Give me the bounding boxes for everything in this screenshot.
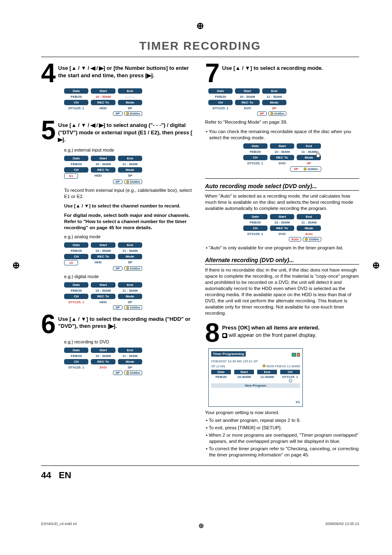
divider [205,178,359,179]
th: Date [211,370,231,374]
text: Use [ [58,65,71,71]
td: DVD [270,161,294,166]
p-use-select-ch: Use [ / ] to select the channel number t… [64,203,195,209]
text: will appear on the front panel display. [227,332,316,338]
disc-icon [304,168,307,170]
auto-rec-para: When "Auto" is selected as a recording m… [205,193,359,212]
auto-rec-heading: Auto recording mode select (DVD only)... [205,183,359,191]
sp-pill: SP [113,371,122,375]
td: SP [118,173,142,179]
td: DVD [270,232,294,236]
th: Date [208,88,233,94]
td-e1-box: E1 [64,173,78,179]
td: 10 : 30AM [270,220,294,225]
th: CH [64,167,88,173]
td-recto: HDD [91,106,115,111]
down-arrow-icon [245,65,250,71]
dur-text: 1h00m [307,167,318,171]
sp-pill: SP [113,180,122,184]
th: End [297,214,321,219]
step-number-5: 5 [41,119,56,141]
new-program-row: New Program [211,383,300,388]
panel-title: Timer Programming [211,351,246,357]
th: CH [64,254,88,259]
td: SP [297,161,321,166]
td: Auto [297,232,321,236]
timer-table-digital: DateStartEnd FEB/2010 : 30AM11 : 30AM CH… [64,282,142,310]
td: 11 : 30AM [118,162,142,166]
step-8: 8 Press [OK] when all items are entered.… [205,322,359,344]
th: Mode [118,359,142,364]
disc-icon [263,364,265,367]
crop-mark-bottom: ⊕ [198,522,204,530]
td-start: 10 : 30AM [91,94,115,99]
footer-page: 44 EN [41,470,359,481]
sp-pill: SP [257,111,267,116]
th-ch: CH [64,100,88,105]
th: End [262,88,286,94]
td: 10 : 30AM [270,150,294,154]
td: FEB/20 [243,150,267,154]
eg-record-dvd: e.g.) recording to DVD [64,339,195,344]
th: End [118,282,142,288]
timer-table-step7a: DateStartEnd FEB/2010 : 30AM11 : 30AM CH… [208,88,286,116]
hdd-icon [292,353,296,357]
text: ] to select the recording media ("HDD" o… [58,316,191,329]
td: HDD [81,260,116,265]
right-arrow-icon [99,65,104,71]
page-number: 44 [41,470,51,480]
th: End [118,156,142,161]
th-end: End [118,88,142,94]
td: FEB/20 [208,94,233,99]
th: Date [64,242,88,248]
dur-text: 1h00m [309,237,319,241]
left-arrow-icon [91,65,95,71]
th-recto: REC To [91,100,115,105]
step-7-text: Use [ / ] to select a recording mode. [222,62,323,72]
sp-pill: SP [113,305,122,310]
eg-analog: e.g.) analog mode [64,234,195,239]
text: ] to select analog ("- - -") / digital (… [58,122,193,136]
duration-pill: 1h00m [124,180,142,184]
step-number-8: 8 [205,322,220,344]
step-5: 5 Use [ / / / ] to select analog ("- - -… [41,119,195,143]
th: REC To [270,155,294,160]
th-start: Start [91,88,115,94]
down-arrow-icon [81,122,86,128]
left-column: 4 Use [ / / / ] or [the Number buttons] … [41,62,195,459]
disc-icon [126,180,129,183]
td: FEB/20 [243,220,267,225]
td: 10 : 30AM [91,288,115,293]
right-column: 7 Use [ / ] to select a recording mode. … [205,62,359,459]
duration-pill: 1h00m [302,167,319,171]
footer-rule [41,465,359,466]
th: Date [64,282,88,288]
imprint-footer: E2H40UD_v4.indd 44 ⊕ 2008/06/02 13:35:13 [41,522,359,530]
refer-recording-mode: Refer to "Recording Mode" on page 39. [205,119,359,125]
down-arrow-icon [81,65,86,71]
disc-icon [270,112,273,115]
dur-text: 1h00m [130,180,140,184]
dur-text: 1h00m [274,112,284,115]
td: SP [118,260,142,265]
td: SP [262,106,286,111]
th: REC To [235,100,259,105]
p-digital-mode: For digital mode, select both major and … [64,212,195,231]
td: DTV125. 1 [243,161,267,166]
step-number-7: 7 [205,62,220,84]
td: FEB/20 [64,162,88,166]
td: 11 : 30AM [118,249,142,253]
th: Start [91,242,115,248]
td: FEB/20 [64,288,88,293]
text: Use [ [58,316,71,322]
timer-indicator-icon [222,333,227,338]
th: Date [64,348,88,353]
td-end: - - : - - [118,94,142,99]
td: 10 : 30AM [91,354,115,358]
sp-pill: SP [113,111,122,116]
th: Mode [297,226,321,231]
td: DTV125. 1 [208,106,233,111]
td-date: FEB/20 [64,94,88,99]
step-6-text: Use [ / ] to select the recording media … [58,313,195,330]
td-ch: DTV125. 1 [64,106,88,111]
